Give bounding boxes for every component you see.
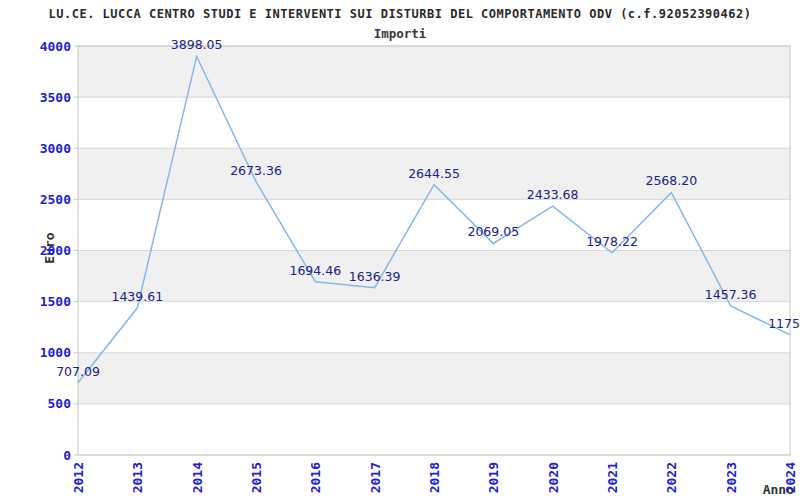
y-tick-label: 0 [63, 448, 71, 463]
plot-band [78, 251, 790, 302]
data-label: 3898.05 [171, 37, 223, 52]
data-label: 2644.55 [408, 166, 460, 181]
data-label: 2673.36 [230, 163, 282, 178]
x-tick-label: 2014 [190, 462, 205, 493]
y-tick-label: 4000 [40, 39, 71, 54]
x-tick-label: 2018 [427, 462, 442, 493]
data-label: 1439.61 [111, 289, 163, 304]
data-line [78, 56, 790, 382]
x-tick-label: 2012 [71, 462, 86, 493]
data-label: 1457.36 [705, 287, 757, 302]
y-tick-label: 500 [48, 396, 72, 411]
y-tick-label: 3500 [40, 90, 71, 105]
x-tick-label: 2024 [783, 462, 798, 493]
y-tick-label: 2500 [40, 192, 71, 207]
x-tick-label: 2023 [724, 462, 739, 493]
plot-band [78, 353, 790, 404]
x-tick-label: 2013 [130, 462, 145, 493]
y-tick-label: 1500 [40, 294, 71, 309]
plot-band [78, 46, 790, 97]
x-tick-label: 2016 [308, 462, 323, 493]
chart: LU.CE. LUCCA CENTRO STUDI E INTERVENTI S… [0, 0, 800, 500]
y-tick-label: 3000 [40, 141, 71, 156]
x-tick-label: 2017 [368, 462, 383, 493]
data-label: 1978.22 [586, 234, 638, 249]
data-label: 2568.20 [645, 173, 697, 188]
y-tick-label: 1000 [40, 345, 71, 360]
plot-area: 0500100015002000250030003500400020122013… [0, 0, 800, 500]
data-label: 2069.05 [467, 224, 519, 239]
x-tick-label: 2019 [486, 462, 501, 493]
x-tick-label: 2022 [664, 462, 679, 493]
x-tick-label: 2020 [546, 462, 561, 493]
data-label: 1694.46 [289, 263, 341, 278]
x-tick-label: 2015 [249, 462, 264, 493]
data-label: 707.09 [56, 364, 100, 379]
data-label: 2433.68 [527, 187, 579, 202]
x-tick-label: 2021 [605, 462, 620, 493]
y-tick-label: 2000 [40, 243, 71, 258]
data-label: 1636.39 [349, 269, 401, 284]
data-label: 1175.5 [768, 316, 800, 331]
